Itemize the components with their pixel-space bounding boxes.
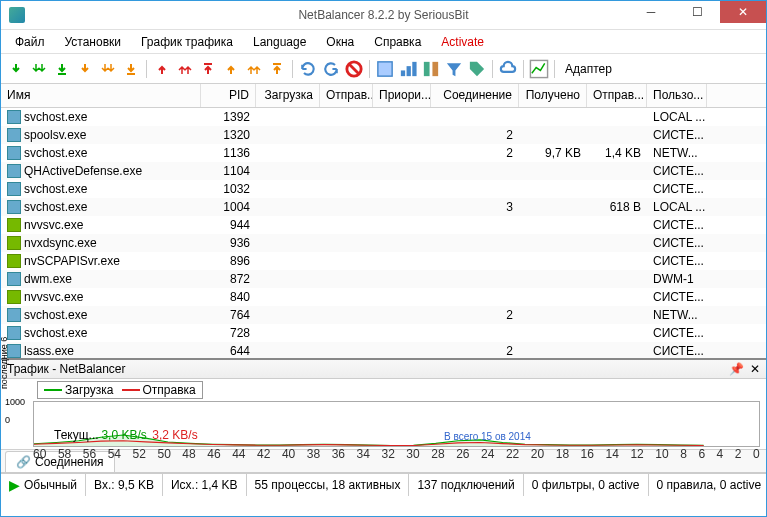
grid-body[interactable]: svchost.exe1392LOCAL ...spoolsv.exe13202… bbox=[1, 108, 766, 360]
table-row[interactable]: svchost.exe728СИСТЕ... bbox=[1, 324, 766, 342]
block-all-icon[interactable] bbox=[343, 58, 365, 80]
adapter-dropdown[interactable]: Адаптер bbox=[559, 60, 618, 78]
table-row[interactable]: nvvsvc.exe840СИСТЕ... bbox=[1, 288, 766, 306]
down-block-orange-icon[interactable] bbox=[120, 58, 142, 80]
menu-language[interactable]: Language bbox=[243, 33, 316, 51]
chart-title-bar: Трафик - NetBalancer 📌 ✕ bbox=[1, 360, 766, 379]
up-block-orange-icon[interactable] bbox=[266, 58, 288, 80]
maximize-button[interactable]: ☐ bbox=[674, 1, 720, 23]
menu-график трафика[interactable]: График трафика bbox=[131, 33, 243, 51]
status-out: Исх.: 1,4 KB bbox=[163, 474, 247, 496]
close-button[interactable]: ✕ bbox=[720, 1, 766, 23]
menu-файл[interactable]: Файл bbox=[5, 33, 55, 51]
table-row[interactable]: svchost.exe1392LOCAL ... bbox=[1, 108, 766, 126]
rules-icon[interactable] bbox=[374, 58, 396, 80]
cloud-icon[interactable] bbox=[497, 58, 519, 80]
filter-icon[interactable] bbox=[443, 58, 465, 80]
table-row[interactable]: spoolsv.exe13202СИСТЕ... bbox=[1, 126, 766, 144]
settings-icon[interactable] bbox=[420, 58, 442, 80]
play-icon: ▶ bbox=[9, 477, 20, 493]
chart-body: последние 6 10000 Загрузка Отправка Теку… bbox=[1, 379, 766, 450]
svg-rect-1 bbox=[127, 73, 135, 75]
down-priority-orange-icon[interactable] bbox=[97, 58, 119, 80]
up-priority-orange-icon[interactable] bbox=[243, 58, 265, 80]
process-icon bbox=[7, 182, 21, 196]
chart-down-rate: 3,0 KB/s bbox=[101, 428, 146, 442]
tags-icon[interactable] bbox=[466, 58, 488, 80]
status-processes: 55 процессы, 18 активных bbox=[247, 474, 410, 496]
column-sent[interactable]: Отправ... bbox=[587, 84, 647, 107]
column-name[interactable]: Имя bbox=[1, 84, 201, 107]
svg-line-5 bbox=[349, 64, 359, 74]
chart-y-label: последние 6 bbox=[0, 337, 9, 389]
grid-header: Имя PID Загрузка Отправ... Приори... Сое… bbox=[1, 84, 766, 108]
down-orange-icon[interactable] bbox=[74, 58, 96, 80]
priorities-icon[interactable] bbox=[397, 58, 419, 80]
column-priority[interactable]: Приори... bbox=[373, 84, 431, 107]
table-row[interactable]: svchost.exe1032СИСТЕ... bbox=[1, 180, 766, 198]
menu-окна[interactable]: Окна bbox=[316, 33, 364, 51]
column-connections[interactable]: Соединение bbox=[431, 84, 519, 107]
svg-rect-9 bbox=[412, 61, 416, 75]
menu-установки[interactable]: Установки bbox=[55, 33, 131, 51]
status-connections: 137 подключений bbox=[409, 474, 523, 496]
process-icon bbox=[7, 128, 21, 142]
table-row[interactable]: svchost.exe7642NETW... bbox=[1, 306, 766, 324]
svg-rect-8 bbox=[407, 66, 411, 76]
table-row[interactable]: dwm.exe872DWM-1 bbox=[1, 270, 766, 288]
table-row[interactable]: svchost.exe113629,7 KB1,4 KBNETW... bbox=[1, 144, 766, 162]
traffic-chart-panel: Трафик - NetBalancer 📌 ✕ последние 6 100… bbox=[1, 360, 766, 450]
process-icon bbox=[7, 236, 21, 250]
menu-справка[interactable]: Справка bbox=[364, 33, 431, 51]
chart-current-label: Текущ... bbox=[54, 428, 99, 442]
table-row[interactable]: lsass.exe6442СИСТЕ... bbox=[1, 342, 766, 360]
up-red-icon[interactable] bbox=[151, 58, 173, 80]
up-priority-red-icon[interactable] bbox=[174, 58, 196, 80]
menu-activate[interactable]: Activate bbox=[431, 33, 494, 51]
toolbar-separator bbox=[554, 60, 555, 78]
reset-icon[interactable] bbox=[320, 58, 342, 80]
svg-rect-3 bbox=[273, 63, 281, 65]
minimize-button[interactable]: ─ bbox=[628, 1, 674, 23]
column-upload[interactable]: Отправ... bbox=[320, 84, 373, 107]
table-row[interactable]: QHActiveDefense.exe1104СИСТЕ... bbox=[1, 162, 766, 180]
status-rules: 0 правила, 0 active bbox=[649, 474, 768, 496]
chart-toggle-icon[interactable] bbox=[528, 58, 550, 80]
up-block-red-icon[interactable] bbox=[197, 58, 219, 80]
toolbar-separator bbox=[523, 60, 524, 78]
process-icon bbox=[7, 200, 21, 214]
up-orange-icon[interactable] bbox=[220, 58, 242, 80]
table-row[interactable]: nvxdsync.exe936СИСТЕ... bbox=[1, 234, 766, 252]
toolbar: Адаптер bbox=[1, 54, 766, 84]
column-download[interactable]: Загрузка bbox=[256, 84, 320, 107]
chart-y-ticks: 10000 bbox=[5, 393, 25, 429]
chart-legend: Загрузка Отправка bbox=[37, 381, 203, 399]
chart-plot-area[interactable]: Текущ... 3,0 KB/s 3,2 KB/s В всего 15 ов… bbox=[33, 401, 760, 447]
column-user[interactable]: Пользо... bbox=[647, 84, 707, 107]
table-row[interactable]: nvSCPAPISvr.exe896СИСТЕ... bbox=[1, 252, 766, 270]
down-limit-green-icon[interactable] bbox=[5, 58, 27, 80]
close-panel-icon[interactable]: ✕ bbox=[750, 362, 760, 376]
svg-rect-6 bbox=[378, 61, 392, 75]
process-icon bbox=[7, 254, 21, 268]
chart-x-axis: 6058565452504846444240383634323028262422… bbox=[33, 447, 760, 461]
toolbar-separator bbox=[292, 60, 293, 78]
down-priority-green-icon[interactable] bbox=[28, 58, 50, 80]
refresh-icon[interactable] bbox=[297, 58, 319, 80]
process-grid: Имя PID Загрузка Отправ... Приори... Сое… bbox=[1, 84, 766, 360]
window-title: NetBalancer 8.2.2 by SeriousBit bbox=[298, 8, 468, 22]
process-icon bbox=[7, 110, 21, 124]
chart-title-text: Трафик - NetBalancer bbox=[7, 362, 126, 376]
status-mode[interactable]: ▶Обычный bbox=[1, 474, 86, 496]
column-received[interactable]: Получено bbox=[519, 84, 587, 107]
table-row[interactable]: nvvsvc.exe944СИСТЕ... bbox=[1, 216, 766, 234]
svg-rect-2 bbox=[204, 63, 212, 65]
down-block-green-icon[interactable] bbox=[51, 58, 73, 80]
process-icon bbox=[7, 218, 21, 232]
pin-icon[interactable]: 📌 bbox=[729, 362, 744, 376]
column-pid[interactable]: PID bbox=[201, 84, 256, 107]
status-bar: ▶Обычный Вх.: 9,5 KB Исх.: 1,4 KB 55 про… bbox=[1, 473, 766, 496]
process-icon bbox=[7, 308, 21, 322]
table-row[interactable]: svchost.exe10043618 BLOCAL ... bbox=[1, 198, 766, 216]
toolbar-separator bbox=[492, 60, 493, 78]
